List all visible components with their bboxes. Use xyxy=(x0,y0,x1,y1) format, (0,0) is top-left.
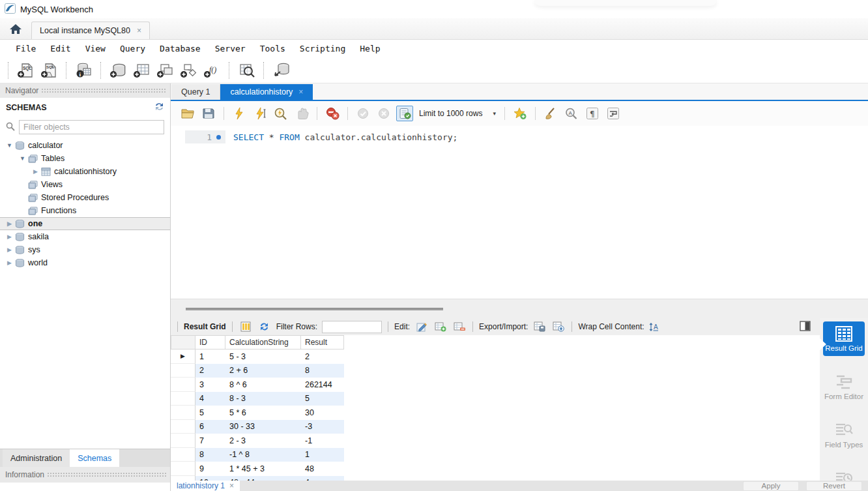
editor-result-splitter[interactable] xyxy=(171,299,868,318)
delete-row-icon[interactable] xyxy=(452,320,467,333)
create-schema-icon[interactable] xyxy=(108,61,128,80)
cell-calculationstring[interactable]: 1 * 45 + 3 xyxy=(225,462,301,476)
tree-expanded-arrow-icon[interactable]: ▼ xyxy=(5,142,14,149)
new-sql-tab-icon[interactable]: SQL xyxy=(15,61,36,80)
search-table-data-icon[interactable] xyxy=(236,61,257,80)
limit-rows-dropdown[interactable]: Limit to 1000 rows ▾ xyxy=(415,108,500,119)
tree-collapsed-arrow-icon[interactable]: ▶ xyxy=(5,246,14,253)
sidebar-toggle-icon[interactable] xyxy=(800,321,811,333)
tree-collapsed-arrow-icon[interactable]: ▶ xyxy=(5,233,14,240)
cell-id[interactable]: 5 xyxy=(195,406,225,420)
rollback-icon[interactable] xyxy=(375,106,392,121)
explain-icon[interactable] xyxy=(272,106,289,121)
column-header-calculationstring[interactable]: CalculationString xyxy=(225,335,301,350)
menu-help[interactable]: Help xyxy=(353,44,387,53)
calculationhistory-tab-close-icon[interactable]: × xyxy=(298,87,303,97)
cell-result[interactable]: 2 xyxy=(301,350,344,364)
cell-result[interactable]: -3 xyxy=(301,420,344,434)
tree-item-stored-procedures[interactable]: Stored Procedures xyxy=(0,191,170,204)
cell-id[interactable]: 7 xyxy=(195,434,225,448)
invisibles-icon[interactable]: ¶ xyxy=(584,106,601,121)
apply-button[interactable]: Apply xyxy=(743,481,799,491)
tab-query-1[interactable]: Query 1 xyxy=(171,84,220,100)
tree-item-sakila[interactable]: ▶sakila xyxy=(0,230,170,243)
cell-result[interactable]: -1 xyxy=(301,434,344,448)
tree-item-views[interactable]: Views xyxy=(0,178,170,191)
tab-administration[interactable]: Administration xyxy=(3,449,70,467)
cell-calculationstring[interactable]: 2 + 6 xyxy=(225,364,301,378)
cell-id[interactable]: 1 xyxy=(195,350,225,364)
output-tab-close-icon[interactable]: × xyxy=(229,481,234,490)
cell-result[interactable]: 48 xyxy=(301,462,344,476)
menu-database[interactable]: Database xyxy=(152,44,208,53)
wrap-text-icon[interactable] xyxy=(605,106,622,121)
import-records-icon[interactable] xyxy=(551,320,566,333)
tree-collapsed-arrow-icon[interactable]: ▶ xyxy=(5,260,14,266)
cell-calculationstring[interactable]: -1 ^ 8 xyxy=(225,448,301,462)
insert-row-icon[interactable] xyxy=(433,320,448,333)
edit-record-pencil-icon[interactable] xyxy=(414,320,429,333)
table-row[interactable]: 91 * 45 + 348 xyxy=(171,462,344,476)
splitter-handle[interactable] xyxy=(186,308,443,310)
reconnect-dbms-icon[interactable] xyxy=(270,61,291,80)
panel-button-form-editor[interactable]: Form Editor xyxy=(823,370,865,404)
cell-calculationstring[interactable]: 8 - 3 xyxy=(225,392,301,406)
cell-id[interactable]: 4 xyxy=(195,392,225,406)
cell-calculationstring[interactable]: 30 - 33 xyxy=(225,420,301,434)
wrap-cell-content-icon[interactable]: A xyxy=(649,320,659,333)
menu-edit[interactable]: Edit xyxy=(43,44,78,53)
grid-columns-icon[interactable] xyxy=(239,320,253,333)
toggle-stop-on-error-icon[interactable] xyxy=(324,106,341,121)
create-view-icon[interactable] xyxy=(154,61,175,80)
tree-item-one[interactable]: ▶one xyxy=(0,217,170,230)
tree-item-world[interactable]: ▶world xyxy=(0,256,170,269)
tree-collapsed-arrow-icon[interactable]: ▶ xyxy=(5,220,14,227)
cell-id[interactable]: 3 xyxy=(195,378,225,392)
create-table-icon[interactable] xyxy=(131,61,152,80)
stop-icon[interactable] xyxy=(293,106,310,121)
panel-button-result-grid[interactable]: Result Grid xyxy=(823,321,865,356)
cell-result[interactable]: 1 xyxy=(301,448,344,462)
panel-button-field-types[interactable]: Field Types xyxy=(823,418,865,453)
create-procedure-icon[interactable] xyxy=(178,61,199,80)
cell-id[interactable]: 6 xyxy=(195,420,225,434)
tree-expanded-arrow-icon[interactable]: ▼ xyxy=(18,155,27,162)
cell-result[interactable]: 8 xyxy=(301,364,344,378)
home-tab-button[interactable] xyxy=(0,18,31,39)
table-row[interactable]: 630 - 33-3 xyxy=(171,420,344,434)
refresh-schemas-icon[interactable] xyxy=(154,102,164,113)
column-header-id[interactable]: ID xyxy=(195,335,225,350)
open-file-icon[interactable] xyxy=(179,106,196,121)
revert-button[interactable]: Revert xyxy=(806,481,862,491)
tree-item-calculator[interactable]: ▼calculator xyxy=(0,139,170,152)
menu-view[interactable]: View xyxy=(78,44,113,53)
table-row[interactable]: 72 - 3-1 xyxy=(171,434,344,448)
filter-rows-input[interactable] xyxy=(322,321,382,333)
cell-calculationstring[interactable]: 5 - 3 xyxy=(225,350,301,364)
table-row[interactable]: 55 * 630 xyxy=(171,406,344,420)
tree-item-calculationhistory[interactable]: ▶calculationhistory xyxy=(0,165,170,178)
tree-item-functions[interactable]: Functions xyxy=(0,204,170,217)
toggle-autocommit-icon[interactable] xyxy=(396,106,413,121)
connection-tab[interactable]: Local instance MySQL80 × xyxy=(31,22,150,39)
menu-query[interactable]: Query xyxy=(113,44,152,53)
cell-calculationstring[interactable]: 8 ^ 6 xyxy=(225,378,301,392)
table-row[interactable]: 8-1 ^ 81 xyxy=(171,448,344,462)
cell-result[interactable]: 262144 xyxy=(301,378,344,392)
open-sql-script-icon[interactable]: SQL xyxy=(38,61,59,80)
beautify-icon[interactable] xyxy=(542,106,559,121)
table-row[interactable]: 48 - 35 xyxy=(171,392,344,406)
schema-inspector-icon[interactable]: i xyxy=(73,61,94,80)
sql-editor[interactable]: 1 SELECT * FROM calculator.calculationhi… xyxy=(171,126,868,299)
tree-item-sys[interactable]: ▶sys xyxy=(0,243,170,256)
table-row[interactable]: ▶15 - 32 xyxy=(171,350,344,364)
execute-current-icon[interactable] xyxy=(252,106,268,121)
menu-tools[interactable]: Tools xyxy=(253,44,293,53)
execute-icon[interactable] xyxy=(231,106,248,121)
connection-tab-close-icon[interactable]: × xyxy=(137,26,141,35)
commit-icon[interactable] xyxy=(354,106,371,121)
new-snippet-icon[interactable] xyxy=(512,106,528,121)
cell-id[interactable]: 8 xyxy=(195,448,225,462)
table-row[interactable]: 22 + 68 xyxy=(171,364,344,378)
export-recordset-icon[interactable] xyxy=(532,320,547,333)
